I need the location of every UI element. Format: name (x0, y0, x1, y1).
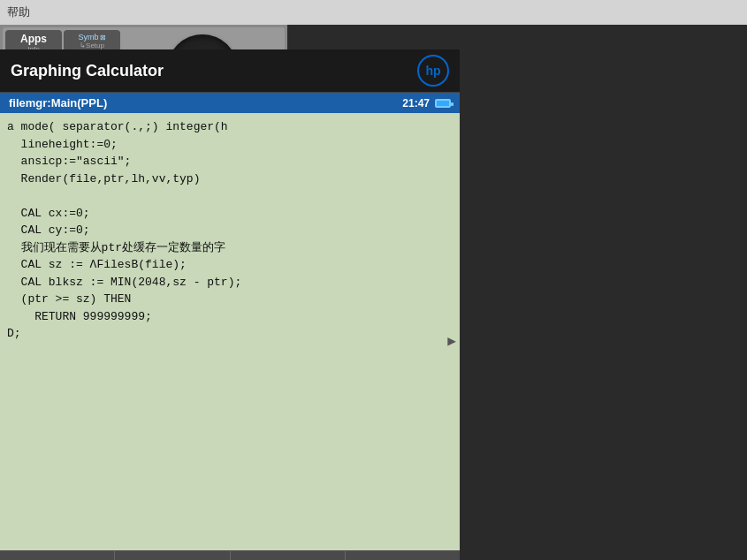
code-line: CAL blksz := MIN(2048,sz - ptr); (7, 274, 453, 291)
code-line: Render(file,ptr,lh,vv,typ) (7, 170, 453, 188)
code-line (7, 187, 453, 205)
symb-top: Symb⊠ (66, 33, 118, 42)
calc-header: Graphing Calculator hp (0, 49, 460, 93)
code-line: CAL sz := ΛFilesB(file); (7, 256, 453, 274)
apps-label: Apps (8, 33, 59, 45)
code-line: RETURN 999999999; (7, 308, 453, 326)
toolbar-btn-1[interactable]: 模板 (0, 551, 115, 560)
code-line: D; (7, 325, 453, 343)
code-line: CAL cx:=0; (7, 205, 453, 223)
clock-time: 21:47 (402, 97, 430, 110)
hp-logo: hp (417, 55, 449, 87)
toolbar-btn-3[interactable]: 更多 (231, 551, 346, 560)
help-menu[interactable]: 帮助 (7, 4, 30, 20)
toolbar-btn-4[interactable]: 检查 (346, 551, 460, 560)
calculator-screen: Graphing Calculator hp filemgr:Main(PPL)… (0, 49, 460, 560)
code-line: 我们现在需要从ptr处缓存一定数量的字 (7, 239, 453, 257)
toolbar-btn-2[interactable]: 页面 ▼ (115, 551, 230, 560)
code-line: a mode( separator(.,;) integer(h (7, 118, 453, 136)
status-bar: filemgr:Main(PPL) 21:47 (0, 93, 460, 113)
code-line: (ptr >= sz) THEN (7, 291, 453, 308)
file-path: filemgr:Main(PPL) (9, 96, 107, 110)
calc-toolbar: 模板 页面 ▼ 更多 检查 (0, 550, 460, 560)
scroll-arrow: ▶ (447, 332, 456, 350)
calc-title: Graphing Calculator (11, 62, 164, 80)
status-right: 21:47 (402, 97, 451, 110)
menu-bar: 帮助 (0, 0, 747, 25)
code-area[interactable]: a mode( separator(.,;) integer(h linehei… (0, 113, 460, 550)
code-line: lineheight:=0; (7, 136, 453, 154)
symb-sublabel: ↳Setup (66, 42, 118, 49)
battery-icon (435, 99, 451, 108)
code-line: ansicp:="ascii"; (7, 153, 453, 170)
code-line: CAL cy:=0; (7, 222, 453, 239)
